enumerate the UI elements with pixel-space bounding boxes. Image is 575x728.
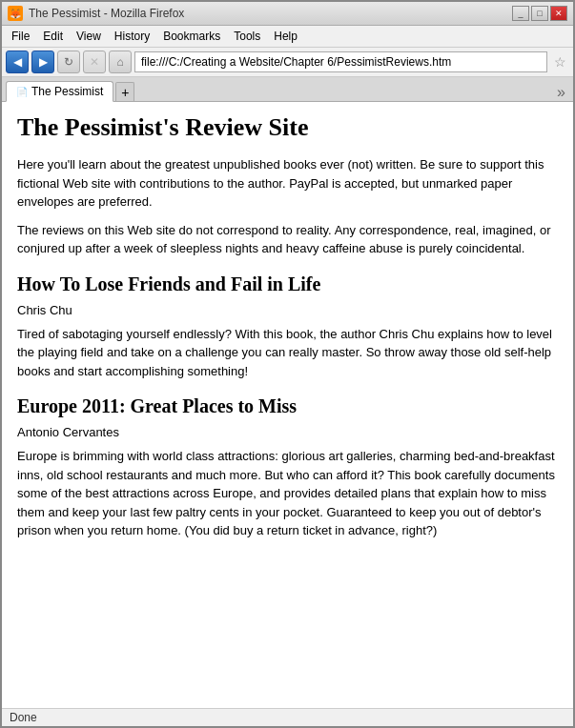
menu-view[interactable]: View (71, 28, 107, 45)
tab-scroll-icon[interactable]: » (557, 84, 565, 101)
intro-paragraph-2: The reviews on this Web site do not corr… (17, 221, 558, 258)
intro-paragraph-1: Here you'll learn about the greatest unp… (17, 155, 558, 212)
book-1-description: Tired of sabotaging yourself endlessly? … (17, 325, 558, 381)
bookmark-star-icon[interactable]: ☆ (550, 52, 569, 71)
menu-tools[interactable]: Tools (228, 28, 266, 45)
title-bar: 🦊 The Pessimist - Mozilla Firefox _ □ ✕ (2, 2, 573, 26)
menu-bar: File Edit View History Bookmarks Tools H… (2, 26, 573, 48)
menu-edit[interactable]: Edit (37, 28, 69, 45)
menu-help[interactable]: Help (268, 28, 303, 45)
maximize-button[interactable]: □ (531, 6, 548, 21)
active-tab[interactable]: 📄 The Pessimist (6, 81, 113, 102)
browser-window: 🦊 The Pessimist - Mozilla Firefox _ □ ✕ … (0, 0, 575, 728)
page-content: The Pessimist's Review Site Here you'll … (2, 102, 573, 708)
window-controls: _ □ ✕ (512, 6, 567, 21)
window-title: The Pessimist - Mozilla Firefox (29, 7, 506, 20)
page-title: The Pessimist's Review Site (17, 113, 558, 142)
book-2-description: Europe is brimming with world class attr… (17, 447, 558, 540)
address-bar[interactable] (134, 51, 547, 72)
menu-bookmarks[interactable]: Bookmarks (157, 28, 226, 45)
book-2-author: Antonio Cervantes (17, 425, 558, 439)
status-text: Done (10, 711, 37, 724)
reload-button[interactable]: ↻ (57, 51, 80, 73)
tab-title: The Pessimist (31, 85, 103, 98)
nav-bar: ◀ ▶ ↻ ✕ ⌂ ☆ (2, 48, 573, 77)
new-tab-button[interactable]: + (115, 82, 134, 101)
book-1-title: How To Lose Friends and Fail in Life (17, 273, 558, 295)
tab-favicon: 📄 (16, 87, 28, 97)
close-button[interactable]: ✕ (550, 6, 567, 21)
menu-history[interactable]: History (109, 28, 155, 45)
address-bar-container: ☆ (134, 51, 569, 72)
tab-overflow: » (136, 84, 569, 101)
firefox-icon: 🦊 (8, 6, 23, 21)
forward-button[interactable]: ▶ (31, 51, 54, 73)
menu-file[interactable]: File (6, 28, 35, 45)
book-1-author: Chris Chu (17, 303, 558, 317)
stop-button[interactable]: ✕ (83, 51, 106, 73)
tabs-bar: 📄 The Pessimist + » (2, 77, 573, 102)
minimize-button[interactable]: _ (512, 6, 529, 21)
status-bar: Done (2, 708, 573, 726)
back-button[interactable]: ◀ (6, 51, 29, 73)
book-2-title: Europe 2011: Great Places to Miss (17, 395, 558, 417)
home-button[interactable]: ⌂ (109, 51, 132, 73)
